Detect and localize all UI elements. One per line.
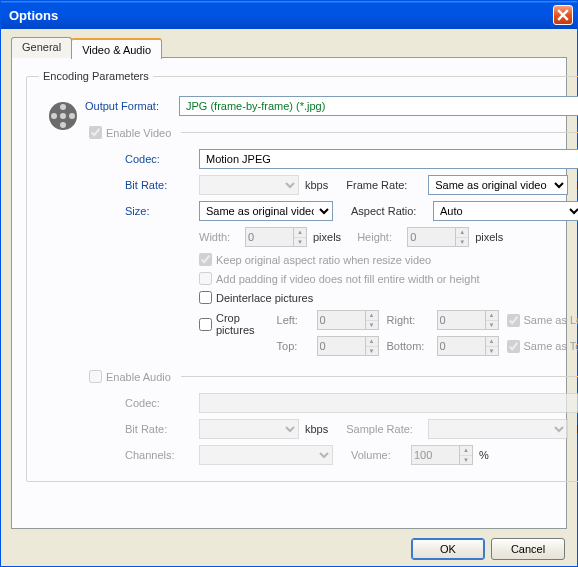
crop-top-label: Top: [277, 340, 317, 352]
keep-ratio-checkbox [199, 253, 212, 266]
svg-point-2 [60, 104, 66, 110]
window-title: Options [9, 8, 58, 23]
close-button[interactable] [553, 5, 573, 25]
encoding-parameters-group: Encoding Parameters Output Format: JPG [26, 70, 578, 482]
output-format-label: Output Format: [85, 100, 171, 112]
video-width-unit: pixels [313, 231, 341, 243]
enable-audio-legend: Enable Audio [85, 370, 175, 383]
video-aspect-select[interactable]: Auto [433, 201, 578, 221]
same-as-left-label: Same as Left [524, 314, 578, 326]
video-width-input [245, 227, 293, 247]
deinterlace-checkbox[interactable] [199, 291, 212, 304]
divider [181, 376, 578, 377]
keep-ratio-row: Keep original aspect ratio when resize v… [199, 253, 578, 266]
encoding-parameters-legend: Encoding Parameters [39, 70, 153, 82]
video-size-label: Size: [125, 205, 193, 217]
svg-point-3 [60, 122, 66, 128]
crop-left-input [317, 310, 365, 330]
svg-point-5 [69, 113, 75, 119]
enable-video-label: Enable Video [106, 127, 171, 139]
tab-video-audio[interactable]: Video & Audio [71, 38, 162, 59]
padding-label: Add padding if video does not fill entir… [216, 273, 480, 285]
same-as-top-checkbox [507, 340, 520, 353]
video-aspect-label: Aspect Ratio: [351, 205, 427, 217]
audio-channels-select [199, 445, 333, 465]
content-area: General Video & Audio Encoding Parameter… [1, 29, 577, 566]
audio-channels-label: Channels: [125, 449, 193, 461]
audio-samplerate-select [428, 419, 568, 439]
crop-top-input [317, 336, 365, 356]
svg-point-1 [60, 113, 66, 119]
audio-samplerate-label: Sample Rate: [346, 423, 422, 435]
enable-audio-label: Enable Audio [106, 371, 171, 383]
video-height-input [407, 227, 455, 247]
output-format-select[interactable]: JPG (frame-by-frame) (*.jpg) [179, 96, 578, 116]
tab-strip: General Video & Audio [11, 37, 567, 58]
cancel-button[interactable]: Cancel [491, 538, 565, 560]
deinterlace-label: Deinterlace pictures [216, 292, 313, 304]
audio-section: Enable Audio Codec: Bit Rate: kbps [85, 370, 578, 465]
options-dialog: Options General Video & Audio Encoding P… [0, 0, 578, 567]
divider [181, 132, 578, 133]
video-height-label: Height: [357, 231, 401, 243]
crop-label: Crop pictures [216, 312, 255, 336]
video-bitrate-unit: kbps [305, 179, 328, 191]
audio-volume-label: Volume: [351, 449, 405, 461]
audio-volume-input [411, 445, 459, 465]
enable-video-checkbox [89, 126, 102, 139]
video-bitrate-select [199, 175, 299, 195]
tab-panel-video-audio: Encoding Parameters Output Format: JPG [11, 57, 567, 529]
enable-audio-checkbox [89, 370, 102, 383]
crop-left-label: Left: [277, 314, 317, 326]
enable-video-legend: Enable Video [85, 126, 175, 139]
output-format-row: Output Format: JPG (frame-by-frame) (*.j… [85, 96, 578, 116]
video-codec-label: Codec: [125, 153, 193, 165]
video-codec-select[interactable]: Motion JPEG [199, 149, 578, 169]
crop-checkbox[interactable] [199, 318, 212, 331]
video-size-select[interactable]: Same as original video [199, 201, 333, 221]
tab-general[interactable]: General [11, 37, 72, 58]
video-height-unit: pixels [475, 231, 503, 243]
audio-codec-select [199, 393, 578, 413]
keep-ratio-label: Keep original aspect ratio when resize v… [216, 254, 431, 266]
crop-bottom-input [437, 336, 485, 356]
crop-right-input [437, 310, 485, 330]
audio-codec-label: Codec: [125, 397, 193, 409]
video-framerate-label: Frame Rate: [346, 179, 422, 191]
video-framerate-select[interactable]: Same as original video [428, 175, 568, 195]
video-section: Enable Video Codec: Motion JPEG Bit R [85, 126, 578, 356]
crop-grid: Left: ▲▼ Right: ▲▼ Same as Left Top: ▲▼ … [277, 310, 578, 356]
video-bitrate-label: Bit Rate: [125, 179, 193, 191]
ok-button[interactable]: OK [411, 538, 485, 560]
video-width-spinner: ▲▼ [245, 227, 307, 247]
video-width-label: Width: [199, 231, 239, 243]
crop-bottom-label: Bottom: [387, 340, 437, 352]
same-as-top-label: Same as Top [524, 340, 578, 352]
audio-bitrate-label: Bit Rate: [125, 423, 193, 435]
button-row: OK Cancel [11, 530, 567, 560]
spinner-buttons: ▲▼ [455, 227, 469, 247]
padding-checkbox [199, 272, 212, 285]
padding-row: Add padding if video does not fill entir… [199, 272, 578, 285]
audio-bitrate-unit: kbps [305, 423, 328, 435]
same-as-left-checkbox [507, 314, 520, 327]
audio-volume-unit: % [479, 449, 489, 461]
close-icon [557, 9, 569, 21]
deinterlace-row: Deinterlace pictures [199, 291, 578, 304]
spinner-buttons: ▲▼ [293, 227, 307, 247]
video-height-spinner: ▲▼ [407, 227, 469, 247]
svg-point-4 [51, 113, 57, 119]
audio-bitrate-select [199, 419, 299, 439]
film-reel-icon [47, 100, 79, 134]
crop-right-label: Right: [387, 314, 437, 326]
titlebar: Options [1, 1, 577, 29]
